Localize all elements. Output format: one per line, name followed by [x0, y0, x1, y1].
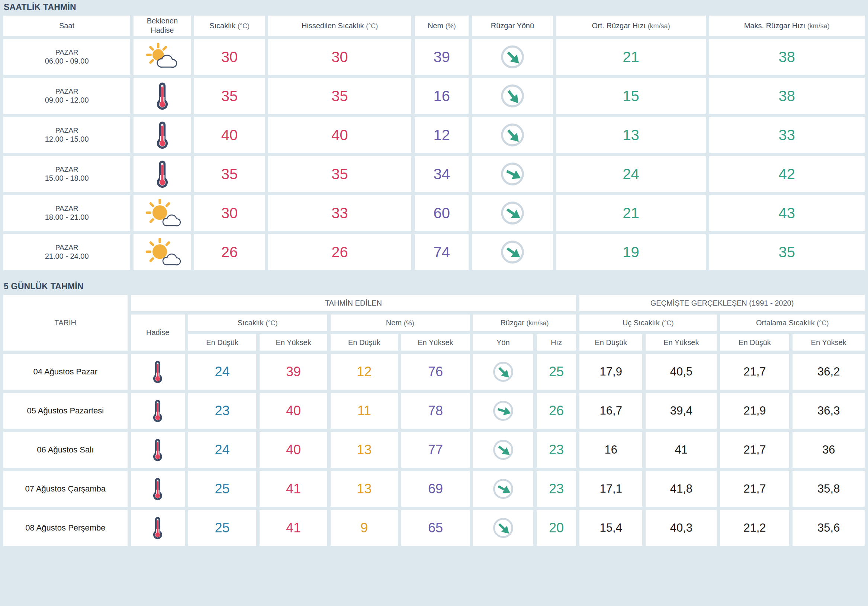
wind-direction-cell — [473, 510, 533, 546]
min-humidity-cell: 12 — [331, 354, 398, 390]
historical-max-temp-cell: 41 — [646, 432, 717, 468]
min-temperature-cell: 25 — [188, 471, 257, 507]
avg-wind-speed-cell: 13 — [556, 117, 706, 153]
max-wind-speed-cell: 38 — [709, 78, 865, 114]
wind-direction-icon — [488, 357, 518, 386]
day-label: PAZAR — [3, 48, 130, 57]
humidity-cell: 60 — [415, 195, 468, 231]
thermometer-icon — [152, 477, 164, 501]
historical-max-temp-cell: 40,5 — [646, 354, 717, 390]
avg-wind-speed-cell: 21 — [556, 195, 706, 231]
col-header-wind-group: Rüzgar (km/sa) — [473, 315, 576, 331]
min-humidity-cell: 11 — [331, 393, 398, 429]
weather-icon — [143, 53, 181, 59]
weather-icon — [152, 407, 164, 414]
max-temperature-cell: 40 — [260, 393, 327, 429]
col-header-predicted: TAHMİN EDİLEN — [131, 295, 576, 311]
subheader-extreme-max: En Yüksek — [646, 334, 717, 350]
wind-speed-cell: 20 — [537, 510, 576, 546]
time-range-label: 12.00 - 15.00 — [3, 135, 130, 144]
weather-icon — [143, 248, 181, 255]
temperature-cell: 35 — [194, 78, 264, 114]
humidity-cell: 74 — [415, 234, 468, 270]
weather-condition-cell — [133, 78, 191, 114]
historical-avg-max-cell: 36 — [792, 432, 865, 468]
subheader-avg-max: En Yüksek — [792, 334, 865, 350]
historical-avg-min-cell: 21,7 — [720, 471, 789, 507]
col-header-feels-like: Hissedilen Sıcaklık (°C) — [268, 15, 412, 36]
subheader-avg-min: En Düşük — [720, 334, 789, 350]
weather-condition-cell — [131, 393, 185, 429]
thermometer-icon — [152, 516, 164, 539]
max-wind-speed-cell: 38 — [709, 39, 865, 75]
humidity-cell: 34 — [415, 156, 468, 192]
weather-condition-cell — [131, 510, 185, 546]
wind-direction-cell — [473, 471, 533, 507]
historical-avg-max-cell: 36,2 — [792, 354, 865, 390]
avg-wind-speed-cell: 21 — [556, 39, 706, 75]
min-humidity-cell: 9 — [331, 510, 398, 546]
weather-condition-cell — [133, 117, 191, 153]
min-humidity-cell: 13 — [331, 432, 398, 468]
day-label: PAZAR — [3, 126, 130, 135]
max-wind-speed-cell: 43 — [709, 195, 865, 231]
historical-min-temp-cell: 16,7 — [580, 393, 642, 429]
col-header-humidity-group: Nem (%) — [331, 315, 470, 331]
min-temperature-cell: 24 — [188, 354, 257, 390]
subheader-humidity-max: En Yüksek — [401, 334, 470, 350]
max-wind-speed-cell: 42 — [709, 156, 865, 192]
date-cell: 07 Ağustos Çarşamba — [3, 471, 127, 507]
weather-condition-cell — [133, 39, 191, 75]
feels-like-cell: 33 — [268, 195, 412, 231]
max-wind-speed-cell: 33 — [709, 117, 865, 153]
feels-like-cell: 35 — [268, 78, 412, 114]
historical-avg-max-cell: 36,3 — [792, 393, 865, 429]
hourly-forecast-section: SAATLİK TAHMİN Saat Beklenen Hadise Sıca… — [0, 2, 868, 273]
weather-icon — [152, 485, 164, 491]
historical-max-temp-cell: 39,4 — [646, 393, 717, 429]
hourly-forecast-row: PAZAR 21.00 - 24.00 — [3, 234, 865, 270]
feels-like-cell: 40 — [268, 117, 412, 153]
daily-forecast-row: 06 Ağustos Salı 24 40 13 77 23 16 41 21,… — [3, 432, 865, 468]
wind-speed-cell: 23 — [537, 432, 576, 468]
historical-min-temp-cell: 17,9 — [580, 354, 642, 390]
weather-icon — [143, 209, 181, 215]
sun-behind-cloud-icon — [143, 238, 181, 266]
temperature-cell: 30 — [194, 195, 264, 231]
wind-direction-icon — [490, 398, 516, 424]
wind-direction-icon — [489, 475, 517, 503]
daily-forecast-row: 04 Ağustos Pazar 24 39 12 76 25 17,9 40,… — [3, 354, 865, 390]
wind-direction-icon — [496, 79, 529, 113]
thermometer-icon — [152, 399, 164, 422]
max-temperature-cell: 40 — [260, 432, 327, 468]
weather-icon — [155, 170, 170, 177]
col-header-humidity: Nem (%) — [415, 15, 468, 36]
col-header-extreme-temp-group: Uç Sıcaklık (°C) — [580, 315, 717, 331]
wind-direction-cell — [472, 78, 553, 114]
date-cell: 06 Ağustos Salı — [3, 432, 127, 468]
historical-avg-min-cell: 21,7 — [720, 354, 789, 390]
weather-condition-cell — [133, 234, 191, 270]
daily-header-row-groups: TARİH TAHMİN EDİLEN GEÇMİŞTE GERÇEKLEŞEN… — [3, 295, 865, 311]
hourly-forecast-row: PAZAR 18.00 - 21.00 — [3, 195, 865, 231]
col-header-historical: GEÇMİŞTE GERÇEKLEŞEN (1991 - 2020) — [580, 295, 865, 311]
hourly-forecast-row: PAZAR 09.00 - 12.00 35 35 16 15 38 — [3, 78, 865, 114]
weather-condition-cell — [131, 432, 185, 468]
subheader-wind-speed: Hız — [537, 334, 576, 350]
time-cell: PAZAR 09.00 - 12.00 — [3, 78, 130, 114]
avg-wind-speed-cell: 15 — [556, 78, 706, 114]
humidity-cell: 16 — [415, 78, 468, 114]
weather-icon — [155, 131, 170, 138]
wind-speed-cell: 26 — [537, 393, 576, 429]
time-range-label: 18.00 - 21.00 — [3, 213, 130, 222]
max-humidity-cell: 69 — [401, 471, 470, 507]
wind-direction-cell — [473, 432, 533, 468]
wind-direction-cell — [473, 354, 533, 390]
feels-like-cell: 30 — [268, 39, 412, 75]
daily-forecast-row: 08 Ağustos Perşembe 25 41 9 65 20 15,4 4… — [3, 510, 865, 546]
historical-max-temp-cell: 40,3 — [646, 510, 717, 546]
wind-direction-icon — [488, 513, 518, 542]
thermometer-icon — [152, 360, 164, 383]
col-header-wind-direction: Rüzgar Yönü — [472, 15, 553, 36]
col-header-temp-group: Sıcaklık (°C) — [188, 315, 327, 331]
